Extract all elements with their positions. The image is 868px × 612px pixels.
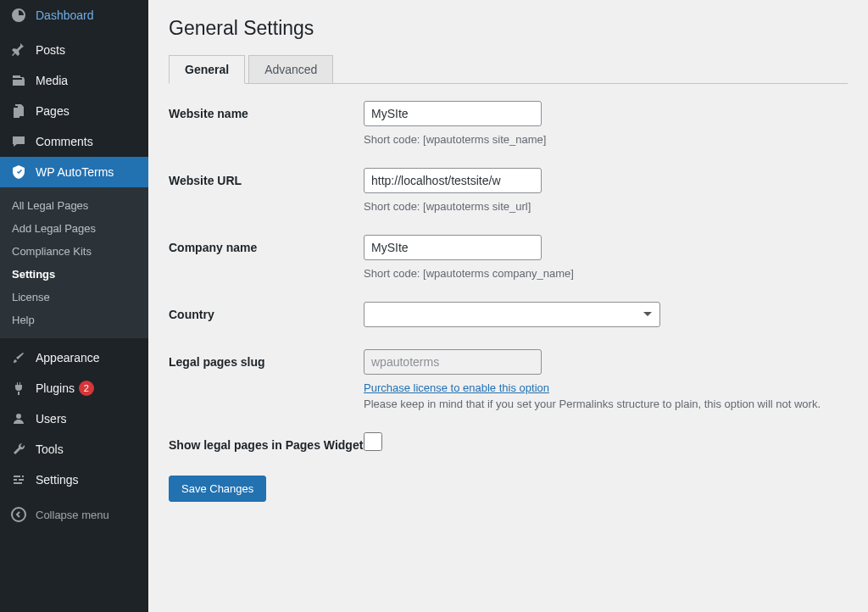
row-website-name: Website name Short code: [wpautoterms si…	[169, 101, 848, 146]
settings-form: Website name Short code: [wpautoterms si…	[169, 101, 848, 502]
sliders-icon	[10, 471, 27, 488]
row-legal-slug: Legal pages slug Purchase license to ena…	[169, 349, 848, 410]
tab-general[interactable]: General	[169, 55, 245, 84]
main-content: General Settings General Advanced Websit…	[148, 0, 868, 612]
label-show-widget: Show legal pages in Pages Widget	[169, 432, 364, 453]
save-button[interactable]: Save Changes	[169, 476, 266, 502]
brush-icon	[10, 349, 27, 366]
row-company-name: Company name Short code: [wpautoterms co…	[169, 235, 848, 280]
submenu-item-compliance-kits[interactable]: Compliance Kits	[0, 240, 148, 263]
sidebar-item-label: Dashboard	[36, 8, 94, 22]
pin-icon	[10, 42, 27, 58]
select-country[interactable]	[364, 302, 660, 327]
submenu-wpautoterms: All Legal Pages Add Legal Pages Complian…	[0, 187, 148, 338]
sidebar-item-users[interactable]: Users	[0, 403, 148, 434]
svg-point-0	[12, 508, 25, 521]
sidebar-item-label: Users	[36, 412, 67, 426]
sidebar-item-label: Media	[36, 74, 68, 87]
sidebar-item-comments[interactable]: Comments	[0, 126, 148, 157]
input-company-name[interactable]	[364, 235, 542, 260]
dashboard-icon	[10, 7, 27, 24]
admin-sidebar: Dashboard Posts Media Pages Comments WP …	[0, 0, 148, 612]
sidebar-item-label: Tools	[36, 442, 64, 456]
sidebar-item-media[interactable]: Media	[0, 65, 148, 96]
submenu-item-all-legal-pages[interactable]: All Legal Pages	[0, 194, 148, 217]
plugin-icon	[10, 380, 27, 397]
pages-icon	[10, 103, 27, 120]
shortcode-company-name: Short code: [wpautoterms company_name]	[364, 267, 848, 280]
sidebar-item-label: Comments	[36, 135, 93, 148]
shortcode-website-name: Short code: [wpautoterms site_name]	[364, 133, 848, 146]
label-country: Country	[169, 302, 364, 322]
checkbox-show-widget[interactable]	[364, 432, 382, 451]
comment-icon	[10, 133, 27, 150]
sidebar-item-posts[interactable]: Posts	[0, 35, 148, 65]
wrench-icon	[10, 441, 27, 458]
update-badge: 2	[79, 381, 94, 396]
input-website-url[interactable]	[364, 168, 542, 193]
sidebar-item-label: Posts	[36, 43, 65, 57]
collapse-menu[interactable]: Collapse menu	[0, 499, 148, 530]
sidebar-item-plugins[interactable]: Plugins 2	[0, 373, 148, 403]
help-legal-slug: Please keep in mind that if you set your…	[364, 398, 848, 410]
label-company-name: Company name	[169, 235, 364, 255]
tab-advanced[interactable]: Advanced	[248, 55, 333, 84]
label-website-url: Website URL	[169, 168, 364, 188]
label-website-name: Website name	[169, 101, 364, 121]
sidebar-item-appearance[interactable]: Appearance	[0, 342, 148, 373]
sidebar-item-tools[interactable]: Tools	[0, 434, 148, 465]
media-icon	[10, 72, 27, 89]
row-show-widget: Show legal pages in Pages Widget	[169, 432, 848, 453]
row-website-url: Website URL Short code: [wpautoterms sit…	[169, 168, 848, 213]
sidebar-item-label: Pages	[36, 104, 70, 118]
sidebar-item-pages[interactable]: Pages	[0, 96, 148, 126]
label-legal-slug: Legal pages slug	[169, 349, 364, 370]
submenu-item-settings[interactable]: Settings	[0, 263, 148, 286]
shield-icon	[10, 164, 27, 181]
sidebar-item-label: Appearance	[36, 351, 100, 364]
sidebar-item-label: Settings	[36, 473, 79, 487]
input-website-name[interactable]	[364, 101, 542, 126]
row-save: Save Changes	[169, 476, 848, 502]
input-legal-slug	[364, 349, 542, 375]
sidebar-item-dashboard[interactable]: Dashboard	[0, 0, 148, 31]
submenu-item-license[interactable]: License	[0, 286, 148, 309]
sidebar-item-label: Plugins	[36, 381, 75, 395]
user-icon	[10, 410, 27, 427]
row-country: Country	[169, 302, 848, 327]
sidebar-item-wpautoterms[interactable]: WP AutoTerms	[0, 157, 148, 187]
tabs: General Advanced	[169, 55, 848, 84]
submenu-item-help[interactable]: Help	[0, 309, 148, 331]
sidebar-item-label: WP AutoTerms	[36, 165, 114, 179]
shortcode-website-url: Short code: [wpautoterms site_url]	[364, 200, 848, 213]
page-title: General Settings	[169, 17, 848, 40]
link-purchase-license[interactable]: Purchase license to enable this option	[364, 381, 549, 394]
sidebar-item-settings[interactable]: Settings	[0, 465, 148, 495]
submenu-item-add-legal-pages[interactable]: Add Legal Pages	[0, 217, 148, 240]
collapse-icon	[10, 506, 27, 523]
collapse-label: Collapse menu	[36, 509, 109, 521]
